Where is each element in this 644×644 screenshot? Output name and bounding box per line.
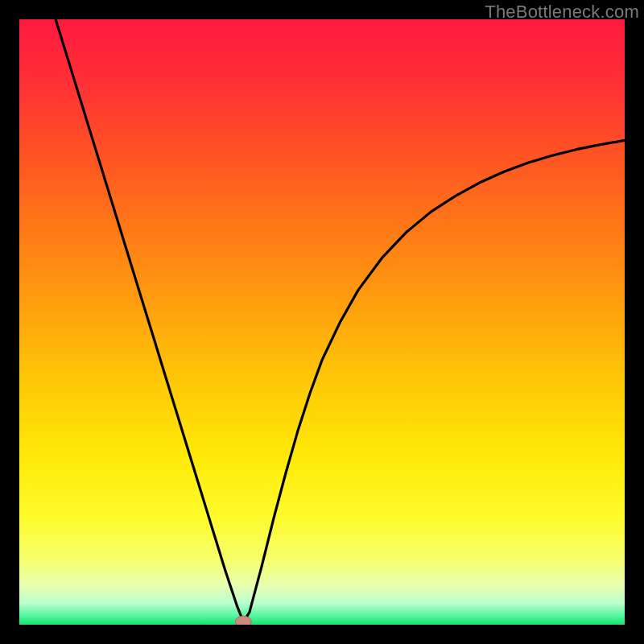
watermark-label: TheBottleneck.com: [485, 2, 639, 23]
optimum-marker: [235, 616, 251, 625]
chart-frame: [19, 19, 625, 625]
bottleneck-chart: [19, 19, 625, 625]
gradient-background: [19, 19, 625, 625]
